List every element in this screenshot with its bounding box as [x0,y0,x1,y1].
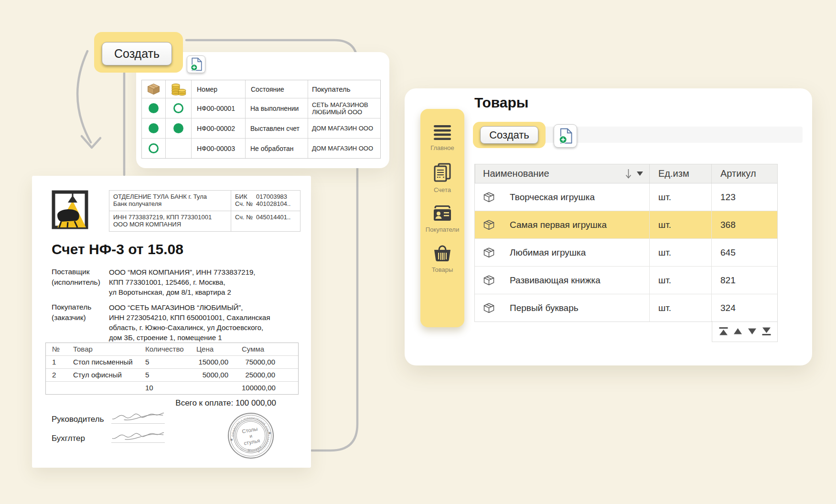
invoice-status: Выставлен счет [246,118,308,138]
invoice-number: НФ00-00001 [192,98,246,118]
shipped-status-dot [149,143,159,153]
col-sum: Сумма [242,343,299,355]
scroll-top-icon[interactable] [718,327,729,335]
invoice-number: НФ00-00002 [192,118,246,138]
product-unit: шт. [649,239,711,266]
supplier-company-name: ООО МОЯ КОМПАНИЯ [113,221,227,228]
scroll-bottom-icon[interactable] [761,327,772,335]
coins-icon [171,83,186,96]
invoice-status: На выполнении [246,98,308,118]
account2-value: 045014401.. [256,214,290,221]
sidebar-item-main[interactable]: Главное [430,125,454,151]
col-price: Цена [195,343,242,355]
account-value: 401028104.. [256,200,290,207]
item-row: 1 Стол письменный 5 15000,00 75000,00 [46,356,298,369]
column-header-name[interactable]: Наименование [475,164,649,183]
bik-label: БИК [235,193,256,200]
invoice-items-table: № Товар Количество Цена Сумма 1 Стол пис… [45,343,299,395]
product-unit: шт. [649,211,711,238]
invoice-number: НФ00-00003 [192,139,246,158]
product-sku: 821 [711,267,777,294]
sidebar-item-products[interactable]: Товары [432,245,453,273]
product-name: Любимая игрушка [510,247,586,258]
new-document-plus-icon [190,57,202,71]
payment-column-header[interactable] [166,80,192,98]
buyer-label: Покупатель (заказчик) [52,302,91,323]
lamp-and-chair-logo [52,190,88,229]
product-sku: 645 [711,239,777,266]
total-sum: 100000,00 [242,382,299,394]
accountant-signature [111,430,165,443]
product-box-icon [482,301,495,314]
invoice-row[interactable]: НФ00-00001 На выполнении СЕТЬ МАГАЗИНОВ … [142,98,380,118]
director-label: Руководитель [52,415,104,424]
product-box-icon [482,246,495,259]
total-quantity: 10 [139,382,195,394]
supplier-details: ООО “МОЯ КОМПАНИЯ”, ИНН 7733837219, КПП … [109,267,256,297]
shipped-status-dot [149,103,159,113]
column-header-sku[interactable]: Артикул [711,164,777,183]
page-title: Товары [474,95,528,111]
scroll-down-icon[interactable] [747,327,757,335]
col-number: № [46,343,67,355]
column-header-buyer[interactable]: Покупатель [308,80,380,98]
column-header-number[interactable]: Номер [192,80,246,98]
menu-icon [434,125,451,140]
bank-details-table: ОТДЕЛЕНИЕ ТУЛА БАНК г. Тула Банк получат… [109,190,300,232]
product-unit: шт. [649,183,711,211]
product-name: Первый букварь [510,303,579,313]
product-row[interactable]: Творческая игрушка шт. 123 [475,183,777,211]
product-unit: шт. [649,267,711,294]
sidebar-label: Покупатели [426,226,459,233]
sidebar-label: Главное [430,144,454,151]
sidebar-nav: Главное Счета [420,109,464,327]
invoice-status: Не обработан [246,139,308,158]
stamp-center-line3: стулья [243,438,260,446]
product-row[interactable]: Развивающая книжка шт. 821 [475,267,777,294]
item-row: 2 Стул офисный 5 5000,00 25000,00 [46,369,298,382]
product-name: Самая первая игрушка [510,220,607,230]
shipment-column-header[interactable] [142,80,166,98]
create-product-button[interactable]: Создать [480,126,538,144]
create-button-label: Создать [114,47,160,61]
accountant-label: Бухглтер [52,434,85,443]
product-box-icon [482,191,495,204]
sidebar-item-invoices[interactable]: Счета [434,163,451,193]
total-due-line: Всего к оплате: 100 000,00 [175,398,276,408]
product-name: Развивающая книжка [510,275,600,286]
invoice-row[interactable]: НФ00-00003 Не обработан ДОМ МАГАЗИН ООО [142,139,380,158]
column-header-status[interactable]: Состояние [246,80,308,98]
product-name: Творческая игрушка [510,192,595,203]
new-document-button[interactable] [554,124,577,148]
new-document-plus-icon [558,128,572,144]
products-table: Наименование Ед.изм Артикул Творческа [474,164,778,322]
product-row[interactable]: Первый букварь шт. 324 [475,294,777,322]
invoice-list-header: Номер Состояние Покупатель [142,80,380,98]
column-header-unit[interactable]: Ед.изм [649,164,711,183]
invoices-icon [434,163,451,182]
product-row[interactable]: Любимая игрушка шт. 645 [475,239,777,267]
invoice-document: ОТДЕЛЕНИЕ ТУЛА БАНК г. Тула Банк получат… [32,176,311,468]
sort-descending-icon[interactable] [625,168,632,180]
table-scroll-controls [712,321,778,342]
filter-icon[interactable] [636,171,643,176]
items-header-row: № Товар Количество Цена Сумма [46,343,298,356]
invoice-row[interactable]: НФ00-00002 Выставлен счет ДОМ МАГАЗИН ОО… [142,118,380,139]
sidebar-item-customers[interactable]: Покупатели [426,205,459,233]
company-round-stamp: Общество с ограниченной ответственностью… [222,407,279,464]
col-quantity: Количество [139,343,195,355]
supplier-label: Поставщик (исполнитель) [52,267,100,288]
shipped-status-dot [149,123,159,133]
account-label: Сч. № [235,200,256,207]
scroll-up-icon[interactable] [733,327,743,335]
product-sku: 123 [711,183,777,211]
new-document-button[interactable] [187,55,205,73]
product-box-icon [482,218,495,231]
supplier-inn-kpp: ИНН 7733837219, КПП 773301001 [113,214,227,221]
create-button[interactable]: Создать [102,42,172,65]
director-signature [111,411,165,424]
box-icon [147,83,160,95]
items-total-row: 10 100000,00 [46,382,298,394]
invoice-title: Счет НФ-3 от 15.08 [52,241,183,257]
product-row-selected[interactable]: Самая первая игрушка шт. 368 [475,211,777,239]
